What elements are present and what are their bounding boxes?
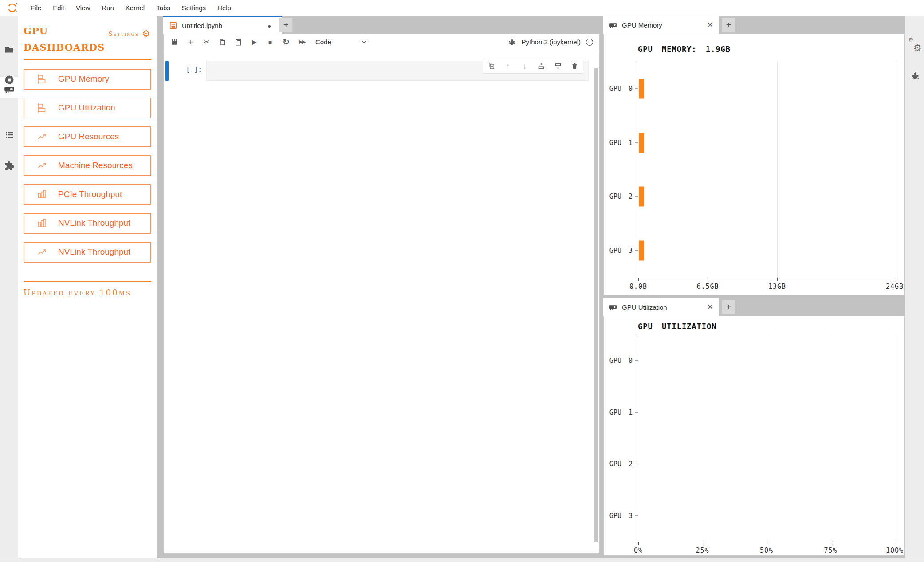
right-activity-bar: ⚙⚙ (905, 16, 924, 558)
gpu-memory-panel: GPU MEMORY: 1.9GB 0.0B6.5GB13GB24GBGPU 0… (603, 34, 905, 295)
move-cell-up-button[interactable]: ↑ (500, 62, 517, 71)
interrupt-kernel-button[interactable]: ■ (262, 35, 278, 49)
move-cell-down-button[interactable]: ↓ (516, 62, 533, 71)
gpu-utilization-tab-label: GPU Utilization (622, 303, 667, 311)
x-tick-label: 0.0B (629, 283, 647, 291)
sidebar-button-label: GPU Memory (58, 74, 109, 84)
sidebar-button-gpu-memory[interactable]: GPU Memory (24, 69, 151, 90)
menu-kernel[interactable]: Kernel (120, 4, 150, 12)
gpu-utilization-panel: GPU UTILIZATION 0%25%50%75%100%GPU 0GPU … (603, 316, 905, 556)
sidebar-button-label: NVLink Throughput (58, 218, 130, 228)
sidebar-settings-button[interactable]: Settings ⚙ (109, 28, 150, 39)
x-tick-label: 24GB (886, 283, 904, 291)
y-axis-tick (635, 197, 638, 197)
sidebar-button-gpu-resources[interactable]: GPU Resources (24, 126, 151, 147)
horizontal-bar-chart-icon (36, 73, 48, 85)
restart-run-all-button[interactable]: ▶▶ (294, 35, 310, 49)
gpu-card-icon (609, 303, 617, 311)
x-tick-label: 13GB (768, 283, 786, 291)
sidebar-title: GPU DASHBOARDS (24, 23, 103, 56)
settings-label: Settings (109, 31, 139, 37)
x-tick-label: 50% (760, 546, 773, 554)
line-chart-icon (36, 246, 48, 258)
settings-gear-icon: ⚙ (142, 28, 150, 39)
column-chart-icon (36, 217, 48, 229)
new-tab-button[interactable]: + (722, 18, 735, 32)
save-button[interactable] (166, 35, 182, 49)
insert-cell-above-button[interactable] (533, 62, 550, 70)
property-inspector-gears-icon[interactable]: ⚙⚙ (905, 39, 924, 51)
jupyter-logo (6, 2, 18, 14)
x-axis-tick (708, 278, 708, 281)
gpu-dashboards-tab-icon[interactable] (0, 83, 18, 95)
menu-bar: File Edit View Run Kernel Tabs Settings … (0, 0, 924, 16)
restart-kernel-button[interactable]: ↻ (278, 35, 294, 49)
chart-gridline (831, 335, 831, 542)
gpu-memory-panel-tab[interactable]: GPU Memory ✕ (603, 16, 719, 34)
cell-type-dropdown[interactable]: Code (315, 38, 367, 46)
gpu-bar (639, 187, 644, 207)
x-tick-label: 100% (886, 546, 904, 554)
x-axis-tick (703, 542, 703, 545)
new-launcher-tab-button[interactable]: + (279, 18, 293, 32)
unsaved-changes-dot[interactable]: ● (267, 22, 271, 29)
debugger-bug-icon[interactable] (508, 38, 516, 46)
gpu-bar (639, 241, 644, 261)
menu-edit[interactable]: Edit (47, 4, 70, 12)
debugger-bug-icon[interactable] (905, 71, 924, 81)
x-axis-tick (831, 542, 831, 545)
notebook-scroll-area: [ ]: ↑ ↓ (164, 50, 599, 554)
sidebar-button-machine-resources[interactable]: Machine Resources (24, 155, 151, 176)
sidebar-button-label: NVLink Throughput (58, 247, 130, 257)
sidebar-divider (24, 59, 151, 60)
left-activity-bar (0, 16, 18, 558)
sidebar-button-pcie-throughput[interactable]: PCIe Throughput (24, 184, 151, 205)
extensions-puzzle-icon[interactable] (0, 161, 18, 171)
sidebar-button-gpu-utilization[interactable]: GPU Utilization (24, 98, 151, 118)
notebook-tab[interactable]: Untitled.ipynb ● (163, 16, 282, 34)
sidebar-button-nvlink-throughput[interactable]: NVLink Throughput (24, 213, 151, 234)
chart-gridline (895, 62, 895, 278)
new-tab-button[interactable]: + (722, 300, 735, 314)
y-tick-label: GPU 0 (609, 357, 633, 365)
gpu-dashboards-sidebar: GPU DASHBOARDS Settings ⚙ GPU Memory GPU… (18, 16, 157, 558)
close-tab-icon[interactable]: ✕ (707, 21, 713, 29)
chart-gridline (703, 335, 703, 542)
menu-help[interactable]: Help (212, 4, 237, 12)
paste-cells-button[interactable] (230, 35, 246, 49)
table-of-contents-icon[interactable] (0, 130, 18, 140)
x-axis-tick (777, 278, 778, 281)
delete-cell-button[interactable] (566, 63, 583, 70)
gpu-utilization-panel-tab[interactable]: GPU Utilization ✕ (603, 298, 719, 316)
kernel-name-label[interactable]: Python 3 (ipykernel) (522, 38, 581, 46)
gpu-card-icon (609, 20, 617, 29)
copy-cells-button[interactable] (214, 35, 230, 49)
menu-file[interactable]: File (25, 4, 47, 12)
sidebar-button-nvlink-throughput-2[interactable]: NVLink Throughput (24, 242, 151, 263)
x-axis-tick (895, 542, 895, 545)
close-tab-icon[interactable]: ✕ (707, 303, 713, 311)
notebook-vertical-scrollbar[interactable] (594, 68, 598, 542)
menu-settings[interactable]: Settings (176, 4, 212, 12)
y-axis-tick (635, 361, 638, 361)
duplicate-cell-button[interactable] (483, 62, 500, 70)
notebook-toolbar: + ✂ ▶ ■ ↻ ▶▶ Code Python 3 (ipykernel) (164, 34, 599, 50)
chevron-down-icon (361, 40, 367, 44)
run-cell-button[interactable]: ▶ (246, 35, 262, 49)
cut-cells-button[interactable]: ✂ (198, 35, 214, 49)
x-axis-tick (638, 278, 639, 281)
x-axis-tick (767, 542, 767, 545)
y-axis-tick (635, 142, 638, 143)
add-cell-button[interactable]: + (182, 35, 198, 49)
kernel-status-indicator[interactable] (586, 39, 593, 46)
sidebar-button-label: GPU Resources (58, 132, 119, 141)
menu-tabs[interactable]: Tabs (150, 4, 176, 12)
file-browser-icon[interactable] (0, 44, 18, 55)
gpu-utilization-chart: 0%25%50%75%100%GPU 0GPU 1GPU 2GPU 3 (638, 335, 895, 542)
y-tick-label: GPU 1 (609, 409, 633, 417)
sidebar-button-label: GPU Utilization (58, 103, 115, 113)
menu-view[interactable]: View (70, 4, 96, 12)
y-axis-tick (635, 88, 638, 89)
insert-cell-below-button[interactable] (550, 62, 566, 70)
menu-run[interactable]: Run (96, 4, 120, 12)
